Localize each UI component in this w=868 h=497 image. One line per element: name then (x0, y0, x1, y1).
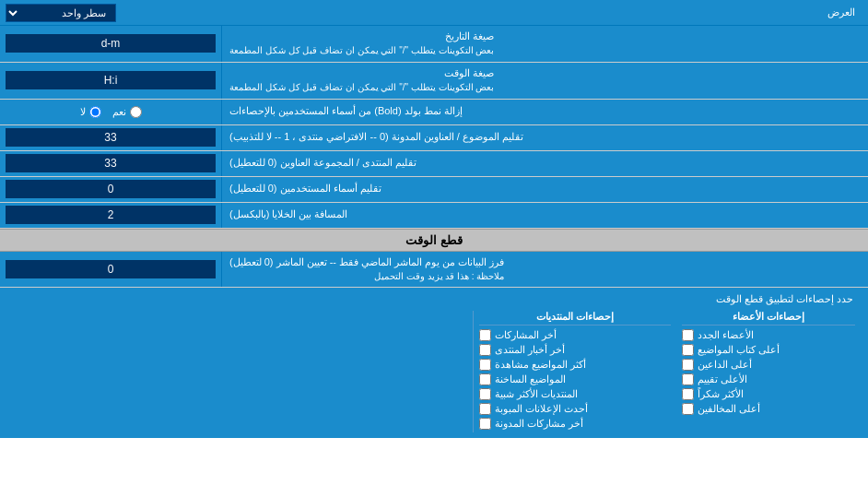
stats-members-title: إحصاءات الأعضاء (682, 311, 855, 325)
forum-trim-row: تقليم المنتدى / المجموعة العناوين (0 للت… (0, 151, 868, 177)
stats-section: حدد إحصاءات لتطبيق قطع الوقت إحصاءات الأ… (0, 288, 868, 438)
users-trim-input-cell (0, 177, 221, 202)
stats-forums-title: إحصاءات المنتديات (479, 311, 671, 325)
checkbox-last-posts[interactable] (479, 329, 491, 341)
checkbox-similar-forums[interactable] (479, 388, 491, 400)
topics-trim-input-cell (0, 125, 221, 150)
date-format-row: صيغة التاريخ بعض التكوينات يتطلب "/" الت… (0, 26, 868, 63)
topics-trim-input[interactable] (6, 128, 216, 147)
stats-members-col: إحصاءات الأعضاء الأعضاء الجدد أعلى كتاب … (676, 311, 861, 432)
radio-yes-label[interactable]: نعم (112, 106, 142, 118)
checkbox-hot-topics[interactable] (479, 373, 491, 385)
space-between-label: المسافة بين الخلايا (بالبكسل) (221, 203, 868, 228)
time-format-input[interactable] (6, 71, 216, 89)
top-row: العرض سطر واحد متعدد الأسطر (0, 0, 868, 26)
users-trim-row: تقليم أسماء المستخدمين (0 للتعطيل) (0, 177, 868, 203)
radio-no-label[interactable]: لا (80, 106, 101, 118)
cb-top-inviters: أعلى الداعين (682, 359, 855, 371)
topics-trim-row: تقليم الموضوع / العناوين المدونة (0 -- ا… (0, 125, 868, 151)
date-format-input-cell (0, 26, 221, 62)
stats-limit-label: حدد إحصاءات لتطبيق قطع الوقت (7, 293, 861, 305)
topics-trim-label: تقليم الموضوع / العناوين المدونة (0 -- ا… (221, 125, 868, 150)
time-cut-row: فرز البيانات من يوم الماشر الماضي فقط --… (0, 252, 868, 289)
stats-forums-col: إحصاءات المنتديات أخر المشاركات أخر أخبا… (474, 311, 676, 432)
cb-top-writers: أعلى كتاب المواضيع (682, 344, 855, 356)
checkbox-top-writers[interactable] (682, 344, 694, 356)
time-format-label: صيغة الوقت بعض التكوينات يتطلب "/" التي … (221, 63, 868, 99)
cb-most-thanks: الأكثر شكراً (682, 388, 855, 400)
checkbox-most-thanks[interactable] (682, 388, 694, 400)
checkbox-top-violators[interactable] (682, 403, 694, 415)
cb-similar-forums: المنتديات الأكثر شبية (479, 388, 671, 400)
cb-last-forum-news: أخر أخبار المنتدى (479, 344, 671, 356)
checkbox-new-members[interactable] (682, 329, 694, 341)
checkbox-top-rated[interactable] (682, 373, 694, 385)
time-cut-input[interactable] (6, 260, 216, 278)
users-trim-label: تقليم أسماء المستخدمين (0 للتعطيل) (221, 177, 868, 202)
bold-remove-label: إزالة نمط بولد (Bold) من أسماء المستخدمي… (221, 100, 868, 124)
cb-top-rated: الأعلى تقييم (682, 373, 855, 385)
cb-last-blog-posts: أخر مشاركات المدونة (479, 418, 671, 430)
stats-columns: إحصاءات الأعضاء الأعضاء الجدد أعلى كتاب … (7, 311, 861, 432)
single-line-select[interactable]: سطر واحد متعدد الأسطر (6, 4, 116, 22)
forum-trim-input-cell (0, 151, 221, 176)
cb-most-viewed: أكثر المواضيع مشاهدة (479, 359, 671, 371)
forum-trim-label: تقليم المنتدى / المجموعة العناوين (0 للت… (221, 151, 868, 176)
time-format-input-cell (0, 63, 221, 99)
cb-latest-classifieds: أحدث الإعلانات المبوبة (479, 403, 671, 415)
top-label: العرض (116, 6, 862, 18)
time-cut-input-cell (0, 252, 221, 288)
users-trim-input[interactable] (6, 180, 216, 198)
time-format-row: صيغة الوقت بعض التكوينات يتطلب "/" التي … (0, 63, 868, 100)
main-container: العرض سطر واحد متعدد الأسطر صيغة التاريخ… (0, 0, 868, 438)
forum-trim-input[interactable] (6, 154, 216, 172)
stats-header: حدد إحصاءات لتطبيق قطع الوقت (7, 293, 861, 305)
date-format-input[interactable] (6, 34, 216, 53)
stats-right-col (7, 311, 474, 432)
cb-hot-topics: المواضيع الساخنة (479, 373, 671, 385)
space-between-input-cell (0, 203, 221, 228)
time-cut-section-header: قطع الوقت (0, 229, 868, 252)
checkbox-top-inviters[interactable] (682, 359, 694, 371)
checkbox-most-viewed[interactable] (479, 359, 491, 371)
bold-remove-row: إزالة نمط بولد (Bold) من أسماء المستخدمي… (0, 100, 868, 125)
space-between-row: المسافة بين الخلايا (بالبكسل) (0, 203, 868, 229)
space-between-input[interactable] (6, 206, 216, 224)
cb-new-members: الأعضاء الجدد (682, 329, 855, 341)
date-format-label: صيغة التاريخ بعض التكوينات يتطلب "/" الت… (221, 26, 868, 62)
radio-yes[interactable] (130, 106, 142, 118)
bold-remove-radio-cell: نعم لا (0, 100, 221, 124)
cb-last-posts: أخر المشاركات (479, 329, 671, 341)
checkbox-last-forum-news[interactable] (479, 344, 491, 356)
checkbox-latest-classifieds[interactable] (479, 403, 491, 415)
radio-no[interactable] (89, 106, 101, 118)
cb-top-violators: أعلى المخالفين (682, 403, 855, 415)
time-cut-label: فرز البيانات من يوم الماشر الماضي فقط --… (221, 252, 868, 288)
checkbox-last-blog-posts[interactable] (479, 418, 491, 430)
